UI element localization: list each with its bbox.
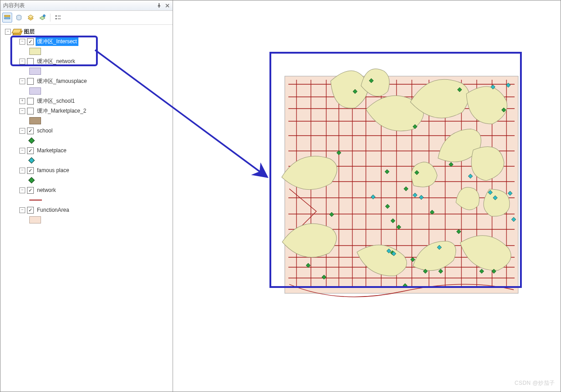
expander-icon[interactable] — [19, 98, 25, 104]
layer-row-l2[interactable]: 缓冲区_famousplace — [4, 76, 171, 86]
svg-rect-10 — [58, 18, 61, 19]
fill-swatch[interactable] — [29, 68, 41, 75]
layer-symbol — [4, 155, 171, 165]
expander-icon[interactable] — [19, 128, 25, 134]
layer-label[interactable]: 缓冲区_school1 — [36, 97, 76, 105]
toc-title: 内容列表 — [2, 2, 155, 9]
layer-symbol — [4, 86, 171, 96]
toc-panel: 内容列表 图层缓冲区_I — [0, 0, 173, 392]
toc-titlebar: 内容列表 — [0, 0, 173, 11]
layer-symbol — [4, 215, 171, 225]
layer-checkbox[interactable] — [27, 187, 34, 194]
layer-row-l5[interactable]: school — [4, 126, 171, 136]
map-canvas — [173, 0, 561, 392]
layer-row-l3[interactable]: 缓冲区_school1 — [4, 96, 171, 106]
layer-checkbox[interactable] — [27, 58, 34, 65]
layer-label[interactable]: 缓冲_Marketplace_2 — [36, 107, 87, 115]
close-icon[interactable] — [164, 2, 171, 9]
layer-checkbox[interactable] — [27, 38, 34, 45]
layer-row-l1[interactable]: 缓冲区_network — [4, 56, 171, 66]
toc-toolbar — [0, 11, 173, 25]
svg-rect-0 — [5, 15, 10, 17]
expander-icon[interactable] — [19, 39, 25, 45]
list-by-selection-icon[interactable] — [37, 13, 47, 23]
layer-checkbox[interactable] — [27, 128, 34, 134]
layer-row-l0[interactable]: 缓冲区_Intersect — [4, 36, 171, 46]
layer-label[interactable]: Marketplace — [36, 147, 68, 154]
svg-rect-1 — [5, 18, 10, 19]
layer-label[interactable]: 缓冲区_famousplace — [36, 77, 88, 86]
svg-rect-8 — [58, 15, 61, 17]
layer-label[interactable]: 缓冲区_Intersect — [36, 37, 78, 46]
layer-label[interactable]: school — [36, 127, 54, 134]
layer-symbol — [4, 66, 171, 76]
point-swatch[interactable] — [28, 137, 35, 144]
fill-swatch[interactable] — [29, 117, 41, 124]
layer-symbol — [4, 46, 171, 56]
layer-checkbox[interactable] — [27, 207, 34, 214]
layer-label[interactable]: famous place — [36, 167, 70, 174]
toc-tree[interactable]: 图层缓冲区_Intersect缓冲区_network缓冲区_famousplac… — [0, 25, 173, 392]
toolbar-separator — [50, 14, 50, 22]
fill-swatch[interactable] — [29, 87, 41, 95]
svg-rect-7 — [55, 15, 57, 17]
expander-icon[interactable] — [19, 108, 25, 114]
layer-label[interactable]: 缓冲区_network — [36, 57, 77, 66]
expander-icon[interactable] — [19, 168, 25, 173]
layer-symbol — [4, 195, 171, 205]
pin-icon[interactable] — [155, 2, 163, 9]
layer-row-l4[interactable]: 缓冲_Marketplace_2 — [4, 106, 171, 116]
line-swatch[interactable] — [29, 200, 42, 201]
layer-checkbox[interactable] — [27, 147, 34, 154]
list-by-visibility-icon[interactable] — [26, 13, 36, 23]
expander-icon[interactable] — [19, 59, 25, 64]
expander-icon[interactable] — [19, 207, 25, 213]
layer-symbol — [4, 136, 171, 146]
layer-symbol — [4, 175, 171, 185]
watermark-text: CSDN @炒茄子 — [515, 379, 555, 387]
list-by-source-icon[interactable] — [14, 13, 24, 23]
layer-label[interactable]: FunctionArea — [36, 206, 70, 214]
options-icon[interactable] — [53, 13, 63, 23]
layers-icon — [13, 29, 21, 34]
expander-root[interactable] — [5, 29, 11, 35]
svg-point-6 — [43, 15, 46, 17]
layer-row-l6[interactable]: Marketplace — [4, 146, 171, 155]
point-swatch[interactable] — [28, 157, 35, 164]
expander-icon[interactable] — [19, 187, 25, 193]
layer-row-l8[interactable]: network — [4, 185, 171, 195]
map-view[interactable]: CSDN @炒茄子 — [173, 0, 561, 392]
layer-checkbox[interactable] — [27, 78, 34, 85]
app-root: 内容列表 图层缓冲区_I — [0, 0, 561, 392]
expander-icon[interactable] — [19, 148, 25, 154]
fill-swatch[interactable] — [29, 48, 41, 55]
layer-symbol — [4, 116, 171, 126]
layer-row-l7[interactable]: famous place — [4, 165, 171, 175]
layer-label[interactable]: network — [36, 187, 57, 194]
point-swatch[interactable] — [28, 177, 35, 183]
list-by-drawing-order-icon[interactable] — [2, 13, 12, 23]
layer-checkbox[interactable] — [27, 167, 34, 174]
layer-row-l9[interactable]: FunctionArea — [4, 205, 171, 215]
expander-icon[interactable] — [19, 78, 25, 84]
root-label[interactable]: 图层 — [23, 27, 36, 36]
svg-rect-9 — [55, 18, 57, 19]
fill-swatch[interactable] — [29, 216, 41, 223]
layer-checkbox[interactable] — [27, 108, 34, 114]
layer-checkbox[interactable] — [27, 98, 34, 105]
